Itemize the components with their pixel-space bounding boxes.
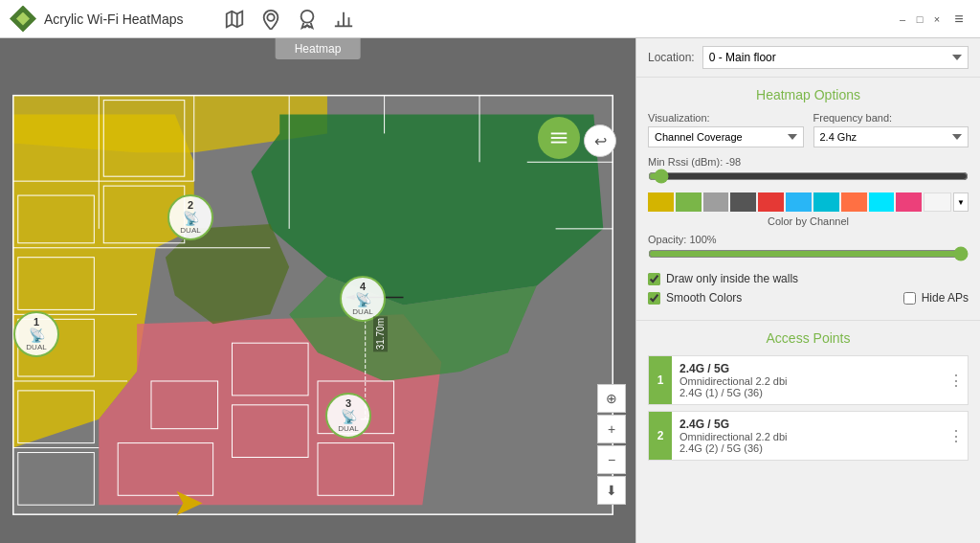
draw-inside-walls-row: Draw only inside the walls: [648, 272, 798, 285]
ap-card-channels-2: 2.4G (2) / 5G (36): [679, 442, 937, 454]
close-button[interactable]: ×: [930, 12, 944, 26]
color-swatch-orange[interactable]: [841, 192, 867, 212]
ap-number: 2: [188, 200, 193, 211]
green-menu-button[interactable]: [538, 117, 580, 159]
smooth-colors-checkbox[interactable]: [648, 292, 660, 305]
access-points-section: Access Points 1 2.4G / 5G Omnidirectiona…: [636, 321, 980, 543]
color-channel-label: Color by Channel: [648, 215, 969, 227]
location-label: Location:: [648, 51, 695, 64]
color-swatch-green[interactable]: [676, 192, 702, 212]
ap-card-antenna-1: Omnidirectional 2.2 dbi: [679, 375, 937, 387]
color-swatch-teal[interactable]: [813, 192, 839, 212]
draw-inside-walls-checkbox[interactable]: [648, 273, 660, 285]
download-button[interactable]: ⬇: [597, 476, 626, 505]
zoom-in-button[interactable]: +: [597, 415, 626, 443]
color-swatch-gray[interactable]: [703, 192, 729, 212]
floor-plan-svg: [0, 38, 635, 543]
rssi-row: Min Rssi (dBm): -98: [648, 155, 969, 187]
ap-marker-4[interactable]: 4 📡 DUAL: [340, 276, 386, 322]
rssi-slider[interactable]: [648, 169, 969, 184]
toolbar-location-button[interactable]: [256, 4, 286, 34]
main-layout: Heatmap: [0, 38, 980, 543]
ap-card-antenna-2: Omnidirectional 2.2 dbi: [679, 431, 937, 442]
frequency-label: Frequency band:: [813, 112, 969, 124]
menu-button[interactable]: ≡: [947, 8, 970, 31]
visualization-col: Visualization: Channel Coverage Signal S…: [648, 112, 804, 147]
smooth-colors-label[interactable]: Smooth Colors: [666, 291, 742, 305]
ap-card-2[interactable]: 2 2.4G / 5G Omnidirectional 2.2 dbi 2.4G…: [648, 411, 969, 461]
ap-card-channels-1: 2.4G (1) / 5G (36): [679, 387, 937, 398]
opacity-slider[interactable]: [648, 246, 969, 261]
color-swatch-red[interactable]: [758, 192, 784, 212]
ap-card-1[interactable]: 1 2.4G / 5G Omnidirectional 2.2 dbi 2.4G…: [648, 355, 969, 405]
checkbox-row-inline: Draw only inside the walls: [648, 272, 969, 291]
palette-dropdown[interactable]: ▼: [953, 192, 969, 212]
visualization-frequency-row: Visualization: Channel Coverage Signal S…: [648, 112, 969, 147]
undo-button[interactable]: ↩: [584, 124, 616, 157]
rssi-label: Min Rssi (dBm): -98: [648, 156, 741, 168]
zoom-out-button[interactable]: −: [597, 445, 626, 474]
svg-rect-49: [551, 142, 568, 144]
toolbar-chart-button[interactable]: [328, 4, 359, 34]
toolbar-award-button[interactable]: [292, 4, 323, 34]
svg-point-4: [301, 10, 314, 22]
titlebar-left: Acrylic Wi-Fi HeatMaps: [10, 4, 359, 34]
heatmap-options: Heatmap Options Visualization: Channel C…: [636, 78, 980, 321]
hide-aps-checkbox[interactable]: [903, 292, 916, 305]
visualization-label: Visualization:: [648, 112, 804, 124]
opacity-row: Opacity: 100%: [648, 233, 969, 264]
color-swatch-pink[interactable]: [896, 192, 922, 212]
compass-button[interactable]: ⊕: [597, 384, 626, 413]
map-area[interactable]: Heatmap: [0, 38, 635, 543]
distance-label: 31.70m: [373, 316, 388, 351]
heatmap-options-title: Heatmap Options: [648, 87, 969, 102]
svg-rect-48: [551, 137, 568, 139]
maximize-button[interactable]: □: [913, 12, 926, 26]
color-swatch-lightblue[interactable]: [786, 192, 812, 212]
ap-number: 1: [33, 317, 39, 328]
ap-card-menu-1[interactable]: ⋮: [945, 356, 968, 404]
heatmap-tab[interactable]: Heatmap: [276, 38, 361, 59]
smooth-colors-row: Smooth Colors: [648, 291, 742, 305]
color-swatch-cyan[interactable]: [869, 192, 895, 212]
access-points-title: Access Points: [648, 330, 969, 346]
color-swatch-white[interactable]: [924, 192, 951, 212]
ap-card-number-2: 2: [649, 412, 672, 460]
frequency-select[interactable]: 2.4 Ghz 5 Ghz Both: [813, 126, 969, 147]
color-swatch-darkgray[interactable]: [730, 192, 756, 212]
toolbar: [219, 4, 359, 34]
ap-marker-1[interactable]: 1 📡 DUAL: [13, 311, 59, 357]
map-controls: ⊕ + − ⬇: [597, 384, 626, 505]
ap-card-type-1: 2.4G / 5G: [679, 362, 937, 375]
ap-card-type-2: 2.4G / 5G: [679, 418, 937, 431]
ap-number: 3: [345, 398, 351, 409]
ap-card-menu-2[interactable]: ⋮: [945, 412, 968, 460]
toolbar-map-button[interactable]: [219, 4, 250, 34]
ap-marker-2[interactable]: 2 📡 DUAL: [167, 194, 213, 240]
ap-card-info-1: 2.4G / 5G Omnidirectional 2.2 dbi 2.4G (…: [672, 356, 945, 404]
hide-aps-row: Hide APs: [903, 291, 969, 305]
frequency-col: Frequency band: 2.4 Ghz 5 Ghz Both: [813, 112, 969, 147]
draw-inside-walls-label[interactable]: Draw only inside the walls: [666, 272, 798, 285]
opacity-label: Opacity: 100%: [648, 234, 717, 245]
app-title: Acrylic Wi-Fi HeatMaps: [44, 11, 183, 27]
location-bar: Location: 0 - Main floor 1 - Second floo…: [636, 38, 980, 78]
svg-point-3: [268, 13, 275, 20]
right-panel: Location: 0 - Main floor 1 - Second floo…: [635, 38, 980, 543]
smooth-hide-row: Smooth Colors Hide APs: [648, 291, 969, 310]
ap-card-info-2: 2.4G / 5G Omnidirectional 2.2 dbi 2.4G (…: [672, 412, 945, 460]
window-controls: – □ × ≡: [896, 8, 970, 31]
location-select[interactable]: 0 - Main floor 1 - Second floor 2 - Thir…: [702, 46, 969, 69]
ap-number: 4: [360, 282, 366, 292]
hide-aps-label[interactable]: Hide APs: [922, 291, 969, 305]
ap-marker-3[interactable]: 3 📡 DUAL: [325, 393, 371, 439]
visualization-select[interactable]: Channel Coverage Signal Strength SNR: [648, 126, 804, 147]
minimize-button[interactable]: –: [896, 12, 909, 26]
svg-marker-0: [227, 11, 243, 27]
titlebar: Acrylic Wi-Fi HeatMaps: [0, 0, 980, 38]
north-arrow: ➤: [172, 480, 205, 524]
ap-card-number-1: 1: [649, 356, 672, 404]
svg-rect-47: [551, 133, 568, 135]
color-swatch-yellow[interactable]: [648, 192, 674, 212]
app-logo: [10, 6, 36, 33]
